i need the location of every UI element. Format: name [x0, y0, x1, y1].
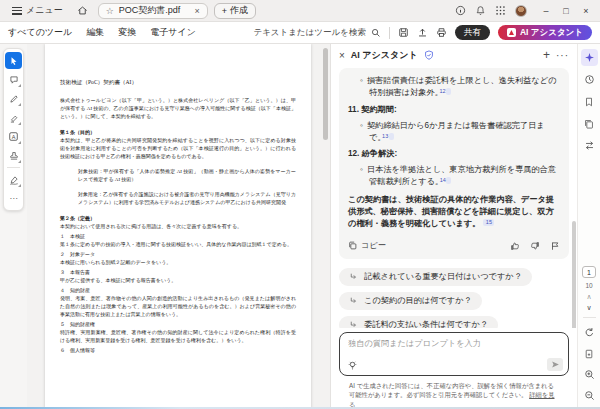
- zoom-in-button[interactable]: [581, 366, 598, 383]
- esign-button[interactable]: 電子サイン: [150, 26, 196, 39]
- zoom-out-button[interactable]: [581, 387, 598, 404]
- lightbulb-icon[interactable]: [347, 360, 358, 371]
- search-placeholder: テキストまたはツールを検索: [253, 27, 366, 39]
- bookmark-icon: [584, 97, 594, 107]
- ai-assistant-panel: × AI アシスタント + ··· 損害賠償責任は委託料を上限とし、逸失利益など…: [330, 44, 577, 409]
- notifications-bell-icon[interactable]: [475, 5, 486, 16]
- answer-bullet: 契約締結日から6か月または報告書確認完了日まで。13: [360, 120, 560, 144]
- citation-badge[interactable]: 14: [446, 177, 451, 184]
- user-avatar[interactable]: [515, 5, 527, 17]
- doc-paragraph: ２ 対象データ: [60, 251, 296, 259]
- search-input[interactable]: テキストまたはツールを検索: [253, 27, 381, 39]
- info-icon[interactable]: [455, 5, 466, 16]
- doc-paragraph: 発明、考案、意匠、著作物その他の人間の創造的活動により生み出されるもの（発見また…: [60, 295, 296, 319]
- highlight-tool-button[interactable]: [5, 109, 22, 126]
- bookmarks-rail-button[interactable]: [581, 93, 598, 110]
- answer-heading: 11. 契約期間:: [348, 104, 560, 116]
- document-viewer[interactable]: 技術検証（PoC）契約書（AI） 株式会社トゥールビヨン（以下「甲」という。）と…: [27, 44, 330, 409]
- new-conversation-button[interactable]: +: [543, 48, 550, 62]
- panel-overflow-menu-button[interactable]: ···: [556, 50, 569, 61]
- panel-scrollbar-thumb[interactable]: [572, 221, 576, 328]
- document-scrollbar[interactable]: [323, 46, 328, 407]
- copy-button[interactable]: コピー: [348, 240, 386, 252]
- clock-history-icon: [584, 74, 595, 85]
- upload-share-icon[interactable]: [417, 27, 428, 38]
- menu-button[interactable]: メニュー: [8, 2, 67, 19]
- acrobat-ai-logo-icon: [507, 28, 516, 37]
- suggested-question-chip[interactable]: 記載されている重要な日付はいつですか？: [339, 268, 532, 286]
- report-flag-icon[interactable]: [550, 241, 560, 251]
- branch-arrow-icon: [349, 320, 358, 328]
- pages-icon: [584, 119, 594, 129]
- current-page-input[interactable]: 1: [582, 266, 596, 278]
- next-page-button[interactable]: ∨: [586, 304, 591, 311]
- star-icon[interactable]: ☆: [106, 6, 114, 16]
- suggested-question-chip[interactable]: この契約の目的は何ですか？: [339, 292, 482, 310]
- ai-panel-header: × AI アシスタント + ···: [331, 44, 577, 66]
- rotate-page-button[interactable]: [581, 324, 598, 341]
- ai-assistant-button[interactable]: AI アシスタント: [498, 25, 592, 40]
- signature-pen-icon: [9, 175, 19, 185]
- chip-label: 記載されている重要な日付はいつですか？: [364, 271, 522, 282]
- ai-disclaimer: AI で生成された回答には、不正確な内容や、誤解を招く情報が含まれる可能性があり…: [339, 376, 569, 409]
- close-panel-icon[interactable]: ×: [339, 50, 345, 61]
- sign-tool-button[interactable]: [5, 171, 22, 188]
- stamp-icon: [9, 151, 19, 161]
- draw-tool-button[interactable]: [5, 90, 22, 107]
- branch-arrow-icon: [349, 296, 358, 305]
- copy-icon: [348, 241, 357, 250]
- convert-button[interactable]: 変換: [118, 26, 136, 39]
- prompt-input[interactable]: [348, 338, 560, 359]
- chip-label: 委託料の支払い条件は何ですか？: [364, 319, 488, 328]
- doc-paragraph: ４ 知的財産: [60, 287, 296, 295]
- fit-page-button[interactable]: [581, 345, 598, 362]
- save-icon[interactable]: [398, 27, 409, 38]
- edit-button[interactable]: 編集: [86, 26, 104, 39]
- total-pages-label: 10: [585, 282, 592, 289]
- window-maximize-button[interactable]: □: [556, 6, 576, 16]
- doc-paragraph: 第１条（目的）: [60, 129, 296, 137]
- print-icon[interactable]: [436, 27, 447, 38]
- more-tools-button[interactable]: ⋯: [5, 190, 22, 207]
- ai-assistant-rail-button[interactable]: [581, 49, 598, 66]
- document-scrollbar-thumb[interactable]: [323, 48, 328, 140]
- page-thumbnails-rail-button[interactable]: [581, 115, 598, 132]
- app-grid-icon[interactable]: [495, 5, 506, 16]
- thumbs-up-icon[interactable]: [510, 241, 520, 251]
- answer-heading: 12. 紛争解決:: [348, 148, 560, 160]
- doc-paragraph: 特許権、実用新案権、意匠権、著作権その他の知的財産に関して法令により定められた権…: [60, 329, 296, 345]
- doc-paragraph: 本契約は、甲と乙が将来的に共同研究開発契約を締結することを視野に入れつつ、以下に…: [60, 137, 296, 161]
- stamp-tool-button[interactable]: [5, 147, 22, 164]
- doc-paragraph: ６ 個人情報等: [60, 347, 296, 355]
- document-tab[interactable]: ☆ POC契約書.pdf ×: [98, 3, 208, 19]
- tab-close-icon[interactable]: ×: [194, 6, 199, 16]
- thumbs-down-icon[interactable]: [530, 241, 540, 251]
- organize-pages-rail-button[interactable]: [581, 137, 598, 154]
- menu-label: メニュー: [26, 4, 63, 17]
- window-minimize-button[interactable]: –: [536, 6, 556, 16]
- add-text-tool-button[interactable]: A: [5, 128, 22, 145]
- suggested-question-chip[interactable]: 委託料の支払い条件は何ですか？: [339, 316, 498, 328]
- doc-paragraph: ５ 知的財産権: [60, 321, 296, 329]
- home-button[interactable]: [73, 3, 92, 18]
- doc-paragraph: 本検証に用いられる別紙２記載のデータをいう。: [60, 259, 296, 267]
- window-close-button[interactable]: ×: [576, 6, 596, 16]
- search-icon: [371, 28, 381, 38]
- ai-panel-content: 損害賠償責任は委託料を上限とし、逸失利益などの特別損害は対象外。12 11. 契…: [331, 66, 577, 328]
- doc-paragraph: 本契約において使用される次に掲げる用語は、各々次に定義する意味を有する。: [60, 223, 296, 231]
- history-rail-button[interactable]: [581, 71, 598, 88]
- comment-tool-button[interactable]: [5, 71, 22, 88]
- share-button[interactable]: 共有: [455, 25, 490, 40]
- doc-paragraph: １ 本検証: [60, 233, 296, 241]
- send-button[interactable]: [547, 358, 563, 371]
- select-tool-button[interactable]: [5, 52, 22, 69]
- all-tools-button[interactable]: すべてのツール: [8, 26, 72, 39]
- previous-page-button[interactable]: ∧: [586, 293, 591, 300]
- citation-badge[interactable]: 13: [389, 133, 394, 140]
- ai-sparkle-icon: [584, 52, 595, 63]
- doc-paragraph: 技術検証（PoC）契約書（AI）: [60, 78, 296, 87]
- branch-arrow-icon: [349, 272, 358, 281]
- create-tab-button[interactable]: + 作成: [214, 3, 256, 19]
- citation-badge[interactable]: 15: [483, 219, 494, 226]
- citation-badge[interactable]: 12: [446, 88, 451, 95]
